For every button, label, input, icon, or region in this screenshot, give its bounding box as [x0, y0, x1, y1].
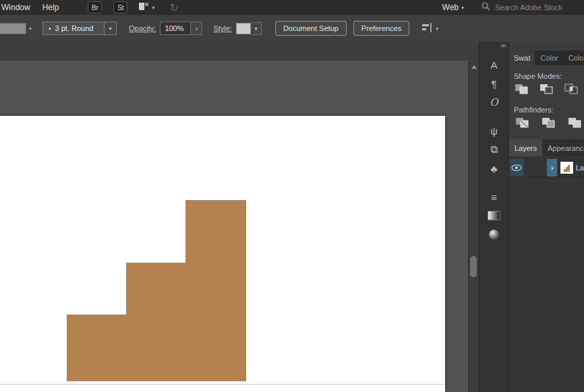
align-icon [421, 23, 433, 34]
opacity-more-button[interactable]: › [191, 22, 202, 35]
stroke-profile-dropdown[interactable]: • 3 pt. Round ▾ [42, 22, 117, 35]
collapse-panels-icon[interactable]: «« [500, 42, 505, 49]
layer-visibility-toggle[interactable] [509, 159, 525, 176]
paragraph-panel-icon[interactable]: ¶ [479, 74, 508, 93]
opentype-panel-icon[interactable]: O [479, 93, 508, 112]
pathfinder-panel: Shape Modes: Pathfinders: [509, 65, 584, 129]
chevron-down-icon[interactable]: ▾ [29, 26, 32, 32]
tab-color[interactable]: Color [535, 51, 563, 65]
stairs-shape[interactable] [67, 200, 246, 381]
tab-layers[interactable]: Layers [509, 139, 542, 156]
stroke-profile-value: • 3 pt. Round [42, 22, 105, 35]
artboards-panel-icon[interactable]: ⧉ [479, 140, 508, 159]
tab-appearance[interactable]: Appearance [542, 139, 584, 156]
layer-thumbnail-art [561, 162, 573, 173]
opacity-input[interactable] [160, 24, 190, 33]
preferences-button[interactable]: Preferences [353, 21, 409, 36]
pathfinder-trim-button[interactable] [541, 117, 557, 129]
layer-name[interactable]: La [576, 164, 584, 172]
sync-icon[interactable]: ↻ [169, 1, 178, 14]
vertical-scrollbar[interactable] [468, 61, 479, 392]
menu-window[interactable]: Window [0, 3, 36, 12]
thumb-stairs-shape [564, 165, 570, 172]
menu-help[interactable]: Help [36, 3, 65, 12]
style-label[interactable]: Style: [213, 24, 232, 32]
chevron-down-icon: ▾ [152, 5, 154, 11]
shape-modes-row [515, 83, 584, 95]
transparency-panel-icon[interactable] [479, 225, 508, 244]
gradient-panel-icon[interactable] [479, 206, 508, 225]
character-panel-icon[interactable]: A [479, 55, 508, 74]
brushes-panel-icon[interactable]: ψ [479, 121, 508, 140]
stroke-panel-icon[interactable]: ≡ [479, 187, 508, 206]
gradient-swatch-icon [488, 211, 500, 220]
eye-icon [511, 162, 522, 174]
workspace-switcher-button[interactable]: ▾ [138, 2, 154, 13]
stock-icon[interactable]: St [113, 1, 127, 13]
layers-panel-tabs: Layers Appearance [509, 139, 584, 156]
stroke-profile-label: 3 pt. Round [55, 24, 94, 32]
shape-modes-label: Shape Modes: [514, 72, 584, 80]
canvas-area[interactable] [0, 42, 479, 392]
bridge-icon[interactable]: Br [88, 1, 102, 13]
sphere-icon [489, 230, 499, 240]
shape-mode-intersect-button[interactable] [564, 83, 579, 95]
workspace-select[interactable]: Web ▾ [442, 3, 464, 12]
chevron-down-icon: ▾ [436, 26, 438, 32]
search-input[interactable] [494, 3, 580, 12]
dock-icon-list: A ¶ O ψ ⧉ ♣ ≡ [479, 55, 508, 244]
layer-row-spacer [525, 159, 547, 176]
pathfinders-label: Pathfinders: [514, 106, 584, 114]
workspace-layout-icon [138, 2, 149, 13]
layer-expand-toggle[interactable]: › [547, 159, 557, 176]
panel-dock: «« A ¶ O ψ ⧉ ♣ ≡ [479, 42, 509, 392]
opacity-label[interactable]: Opacity: [129, 24, 156, 32]
pathfinder-divide-button[interactable] [515, 117, 531, 129]
shape-mode-unite-button[interactable] [515, 83, 529, 95]
swatches-panel-tabs: Swat Color Color [509, 51, 584, 65]
layer-row[interactable]: › La [509, 159, 584, 177]
pathfinders-row [515, 117, 584, 129]
stroke-color-swatch[interactable] [0, 23, 26, 34]
chevron-down-icon: ▾ [461, 5, 464, 11]
control-bar: ▾ • 3 pt. Round ▾ Opacity: › Style: ▾ Do… [0, 15, 584, 42]
artwork-layer [0, 42, 479, 392]
scrollbar-thumb[interactable] [470, 256, 477, 277]
align-dropdown[interactable]: ▾ [421, 23, 438, 34]
layers-panel-body: › La [509, 156, 584, 392]
tab-color-guide[interactable]: Color [564, 51, 584, 65]
opacity-field [160, 22, 191, 35]
chevron-down-icon[interactable]: ▾ [105, 22, 117, 35]
shape-mode-minus-front-button[interactable] [539, 83, 554, 95]
pathfinder-merge-button[interactable] [567, 117, 583, 129]
stock-search [481, 2, 583, 13]
scroll-up-arrow-icon[interactable] [471, 65, 477, 69]
profile-bullet-icon: • [49, 25, 51, 32]
chevron-down-icon[interactable]: ▾ [251, 22, 262, 35]
search-icon [481, 2, 490, 13]
menu-bar: Window Help Br St ▾ ↻ Web ▾ [0, 0, 584, 15]
document-setup-button[interactable]: Document Setup [275, 21, 347, 36]
tab-swatches[interactable]: Swat [509, 51, 535, 65]
workspace-select-label: Web [442, 3, 459, 12]
symbols-panel-icon[interactable]: ♣ [479, 159, 508, 178]
style-swatch[interactable] [236, 23, 251, 34]
layer-thumbnail[interactable] [560, 161, 573, 174]
panel-column: Swat Color Color Shape Modes: Pathfinder… [509, 42, 584, 392]
